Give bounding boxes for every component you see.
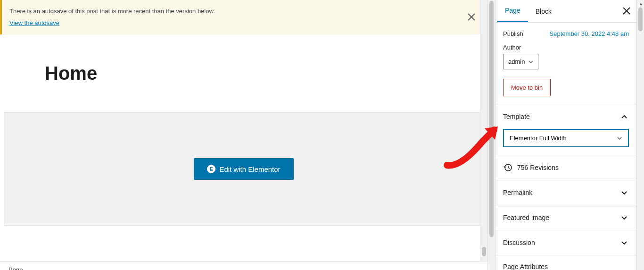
chevron-down-icon <box>619 213 629 222</box>
close-icon <box>467 12 476 22</box>
scrollbar[interactable] <box>480 0 487 261</box>
close-notice-button[interactable] <box>467 12 478 24</box>
chevron-down-icon <box>619 188 629 197</box>
autosave-text: There is an autosave of this post that i… <box>9 8 464 15</box>
chevron-up-icon <box>619 112 629 121</box>
page-title[interactable]: Home <box>45 63 487 84</box>
scroll-up-arrow-icon: ▲ <box>639 1 643 6</box>
scrollbar-thumb[interactable] <box>638 8 643 31</box>
template-select-value: Elementor Full Width <box>510 135 567 142</box>
settings-sidebar: Page Block Publish September 30, 2022 4:… <box>495 0 636 270</box>
permalink-title: Permalink <box>503 189 532 196</box>
template-title: Template <box>503 113 530 120</box>
page-attributes-section-header[interactable]: Page Attributes <box>495 255 636 270</box>
close-icon <box>622 7 631 15</box>
scrollbar-thumb[interactable] <box>489 1 494 237</box>
revisions-button[interactable]: 756 Revisions <box>495 155 636 180</box>
elementor-icon: E <box>207 165 215 173</box>
chevron-down-icon <box>617 135 622 141</box>
move-to-bin-button[interactable]: Move to bin <box>503 79 551 96</box>
author-select[interactable]: admin <box>503 54 538 69</box>
tab-page[interactable]: Page <box>497 0 528 22</box>
featured-image-title: Featured image <box>503 214 549 221</box>
scrollbar[interactable] <box>488 0 495 270</box>
elementor-area: E Edit with Elementor <box>4 112 484 226</box>
featured-image-section-header[interactable]: Featured image <box>495 205 636 230</box>
autosave-notice: There is an autosave of this post that i… <box>0 0 487 34</box>
author-label: Author <box>503 44 629 51</box>
publish-date-link[interactable]: September 30, 2022 4:48 am <box>550 30 629 37</box>
edit-button-label: Edit with Elementor <box>219 165 280 173</box>
template-select[interactable]: Elementor Full Width <box>503 129 629 147</box>
discussion-title: Discussion <box>503 239 535 246</box>
scrollbar[interactable]: ▲ <box>636 0 644 270</box>
sidebar-tabs: Page Block <box>495 0 636 23</box>
chevron-down-icon <box>528 59 533 64</box>
chevron-down-icon <box>619 238 629 247</box>
discussion-section-header[interactable]: Discussion <box>495 230 636 255</box>
template-section-header[interactable]: Template <box>495 104 636 129</box>
scrollbar-thumb[interactable] <box>482 247 486 256</box>
publish-label: Publish <box>503 30 523 37</box>
history-icon <box>503 163 512 172</box>
revisions-label: 756 Revisions <box>517 164 559 171</box>
breadcrumb[interactable]: Page <box>0 261 487 270</box>
tab-block[interactable]: Block <box>528 0 559 22</box>
permalink-section-header[interactable]: Permalink <box>495 180 636 205</box>
view-autosave-link[interactable]: View the autosave <box>9 19 59 26</box>
author-select-value: admin <box>508 58 525 65</box>
edit-with-elementor-button[interactable]: E Edit with Elementor <box>194 158 293 180</box>
page-attributes-title: Page Attributes <box>503 263 548 270</box>
close-panel-button[interactable] <box>622 7 631 17</box>
